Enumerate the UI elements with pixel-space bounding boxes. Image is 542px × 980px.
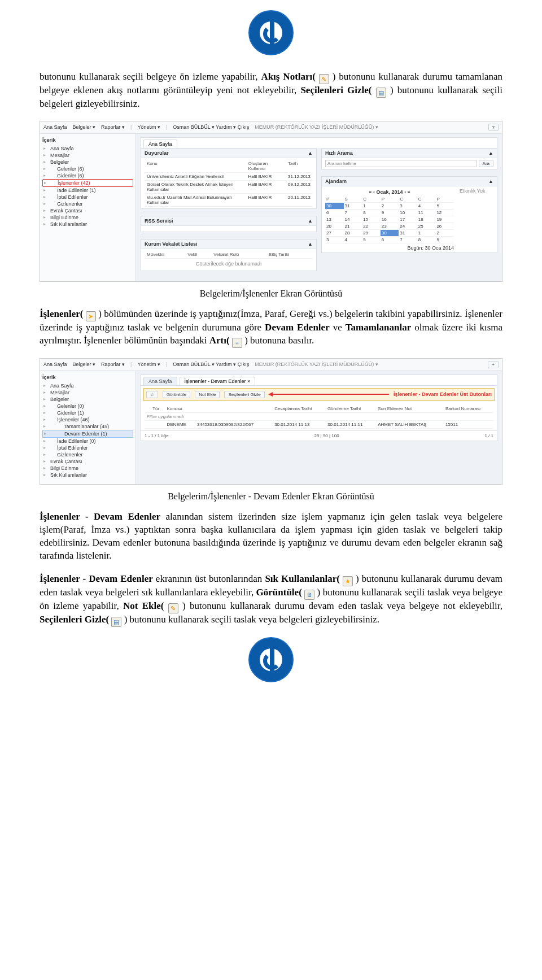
collapse-icon[interactable]: ▲ [308, 241, 313, 247]
collapse-icon[interactable]: ▲ [308, 150, 313, 156]
s2-menu-item[interactable]: Belgeler ▾ [73, 361, 96, 367]
tree-node[interactable]: Gizlenenler [42, 201, 133, 207]
p2-text-4: ) butonuna basılır. [244, 335, 314, 346]
tree-node[interactable]: İşlenenler (46) [42, 416, 133, 423]
collapse-icon[interactable]: ▲ [488, 150, 493, 156]
tree-node[interactable]: İade Edilenler (1) [42, 187, 133, 194]
intro-paragraph-4: İşlenenler - Devam Edenler ekranının üst… [40, 573, 502, 627]
s2-menu-item[interactable]: Ana Sayfa [43, 361, 67, 367]
p4-bold-gizle: Seçilenleri Gizle( [40, 614, 109, 625]
intro-paragraph-2: İşlenenler( ) bölümünden üzerinde iş yap… [40, 308, 502, 348]
s1-role[interactable]: MEMUR (REKTÖRLÜK YAZI İŞLERİ MÜDÜRLÜĞÜ) … [255, 124, 378, 130]
tree-node[interactable]: İptal Edilenler [42, 194, 133, 201]
p4-bold-1: İşlenenler - Devam Edenler [40, 573, 153, 584]
s2-topbar: Ana Sayfa Belgeler ▾ Raporlar ▾ | Yöneti… [40, 359, 502, 371]
p2-bold-arti: Artı( [209, 335, 230, 346]
search-button[interactable]: Ara [479, 160, 493, 167]
s1-menu-item[interactable]: Yönetim ▾ [137, 124, 160, 130]
s1-sidebar: İçerik Ana SayfaMesajlarBelgelerGelenler… [40, 134, 136, 281]
tree-node[interactable]: Sık Kullanılanlar [42, 221, 133, 228]
s1-user[interactable]: Osman BÜLBÜL ▾ Yardım ▾ Çıkış [173, 124, 249, 130]
help-icon[interactable]: ? [488, 124, 499, 131]
bottom-logo [40, 637, 502, 685]
s2-role[interactable]: MEMUR (REKTÖRLÜK YAZI İŞLERİ MÜDÜRLÜĞÜ) … [255, 361, 378, 367]
calendar[interactable]: PSÇPCCP303112345678910111213141516171819… [325, 196, 454, 243]
s1-menu-item[interactable]: Belgeler ▾ [73, 124, 96, 130]
btn-secilenleri-gizle[interactable]: Seçilenleri Gizle [224, 391, 264, 398]
help-icon[interactable]: + [488, 361, 499, 368]
s2-tabstrip: Ana Sayfa İşlenenler - Devam Edenler × [141, 374, 497, 385]
panel-title: Hızlı Arama [325, 150, 353, 156]
panel-vekalet: Kurum Vekalet Listesi▲ MüvekkilVekilVeka… [141, 239, 317, 271]
tree-node[interactable]: Tamamlananlar (45) [42, 423, 133, 430]
tree-node[interactable]: Evrak Çantası [42, 207, 133, 214]
tree-node[interactable]: İade Edilenler (0) [42, 438, 133, 445]
tree-node[interactable]: Devam Edenler (1) [42, 430, 133, 438]
hide-sheet-icon [111, 617, 121, 627]
btn-goruntule[interactable]: Görüntüle [163, 391, 190, 398]
p4-text-1: ekranının üst butonlarından [156, 573, 265, 584]
tree-node[interactable]: Gidenler (1) [42, 410, 133, 416]
tab-devam-edenler[interactable]: İşlenenler - Devam Edenler × [180, 377, 256, 385]
s2-menu-item[interactable]: Raporlar ▾ [101, 361, 125, 367]
tree-node[interactable]: Ana Sayfa [42, 145, 133, 152]
tree-node[interactable]: Mesajlar [42, 389, 133, 396]
tree-node[interactable]: Evrak Çantası [42, 458, 133, 465]
p4-text-5: ) butonunu kullanarak seçili taslak veya… [124, 614, 379, 625]
s1-tabstrip: Ana Sayfa [141, 137, 497, 148]
page-icon [304, 590, 314, 600]
university-logo-icon [248, 637, 294, 682]
tree-node[interactable]: Bilgi Edinme [42, 214, 133, 221]
p4-text-4: ) butonunu kullanarak durumu devam eden … [182, 600, 502, 611]
p4-bold-goruntule: Görüntüle( [256, 587, 302, 598]
btn-not-ekle[interactable]: Not Ekle [195, 391, 220, 398]
pager-right: 1 / 1 [484, 433, 493, 438]
tree-node[interactable]: Bilgi Edinme [42, 465, 133, 472]
tree-node[interactable]: Gizlenenler [42, 451, 133, 458]
tree-node[interactable]: Belgeler [42, 159, 133, 165]
panel-hizli-arama: Hızlı Arama▲ Ara [321, 148, 497, 169]
vekalet-empty: Gösterilecek öğe bulunamadı [145, 259, 313, 269]
duyurular-table: KonuOluşturan KullanıcıTarihÜniversitemi… [145, 160, 313, 207]
panel-title: Ajandam [325, 178, 347, 184]
collapse-icon[interactable]: ▲ [488, 178, 493, 184]
red-label: İşlenenler - Devam Edenler Üst Butonları [394, 391, 492, 397]
s1-menu-item[interactable]: Raporlar ▾ [101, 124, 125, 130]
panel-title: RSS Servisi [145, 218, 173, 224]
tree-node[interactable]: Gelenler (0) [42, 403, 133, 410]
plus-icon [232, 338, 242, 348]
search-input[interactable] [325, 160, 477, 167]
btn-sik-kullanilanlar[interactable]: ☆ [146, 391, 158, 398]
tree-node[interactable]: Ana Sayfa [42, 382, 133, 389]
panel-rss: RSS Servisi▲ [141, 216, 317, 232]
tree-node[interactable]: Gelenler (6) [42, 165, 133, 172]
tree-node[interactable]: Sık Kullanılanlar [42, 472, 133, 478]
tree-node[interactable]: Mesajlar [42, 152, 133, 159]
p1-bold-secilenleri: Seçilenleri Gizle( [300, 85, 371, 95]
star-icon [343, 576, 353, 586]
tree-node[interactable]: Gidenler (6) [42, 172, 133, 179]
pager: 1 - 1 / 1 öğe 25 | 50 | 100 1 / 1 [141, 430, 497, 441]
screenshot-2: Ana Sayfa Belgeler ▾ Raporlar ▾ | Yöneti… [40, 358, 502, 485]
tab-anasayfa[interactable]: Ana Sayfa [143, 140, 177, 148]
p3-bold: İşlenenler - Devam Edenler [40, 511, 160, 522]
tree-node[interactable]: İşlenenler (42) [42, 179, 133, 187]
pencil-icon [319, 74, 329, 84]
tree-node[interactable]: İptal Edilenler [42, 445, 133, 451]
panel-ajandam: Ajandam▲ « ‹ Ocak, 2014 › » PSÇPCCP30311… [321, 176, 497, 253]
pager-left: 1 - 1 / 1 öğe [145, 433, 169, 438]
p1-text-1: butonunu kullanarak seçili belgeye ön iz… [40, 71, 261, 82]
arrow-icon [86, 311, 96, 321]
s1-menu-item[interactable]: Ana Sayfa [43, 124, 67, 130]
tab-anasayfa[interactable]: Ana Sayfa [143, 377, 177, 385]
calendar-today-label: Bugün: 30 Oca 2014 [325, 243, 454, 251]
panel-duyurular: Duyurular▲ KonuOluşturan KullanıcıTarihÜ… [141, 148, 317, 209]
s2-user[interactable]: Osman BÜLBÜL ▾ Yardım ▾ Çıkış [173, 361, 249, 367]
pager-pagesize[interactable]: 25 | 50 | 100 [314, 433, 339, 438]
tree-node[interactable]: Belgeler [42, 396, 133, 403]
panel-devam-edenler: ☆ Görüntüle Not Ekle Seçilenleri Gizle İ… [141, 385, 497, 441]
s2-menu-item[interactable]: Yönetim ▾ [137, 361, 160, 367]
top-logo [40, 10, 502, 58]
collapse-icon[interactable]: ▲ [308, 218, 313, 224]
vekalet-table: MüvekkilVekilVekalet RolüBitiş Tarihi [145, 251, 313, 259]
